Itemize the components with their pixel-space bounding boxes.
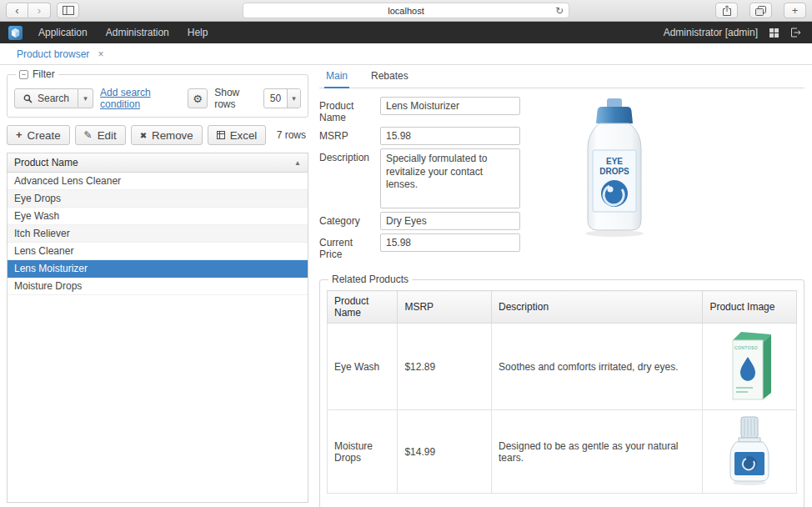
plus-icon: + (16, 128, 23, 141)
related-description-cell: Designed to be as gentle as your natural… (492, 410, 703, 494)
product-row-selected[interactable]: Lens Moisturizer (8, 260, 308, 278)
chevron-down-icon[interactable]: ▾ (287, 89, 300, 108)
product-editor-panel: Main Rebates Product Name MSRP Descripti… (319, 66, 804, 503)
search-dropdown-button[interactable]: ▾ (78, 88, 93, 108)
remove-button[interactable]: ✖ Remove (131, 125, 203, 145)
sort-ascending-icon[interactable]: ▲ (294, 159, 301, 167)
filter-controls: Search ▾ Add search condition ⚙ Show row… (14, 85, 301, 110)
tab-rebates[interactable]: Rebates (369, 66, 410, 88)
editor-form-area: Product Name MSRP Description Specially … (319, 97, 804, 264)
address-bar[interactable]: localhost ↻ (243, 3, 569, 18)
show-rows-label: Show rows (214, 87, 257, 110)
collapse-filter-icon[interactable]: − (19, 70, 28, 79)
table-grid-icon (217, 131, 225, 139)
current-user-label: Administrator [admin] (664, 27, 758, 38)
related-col-msrp[interactable]: MSRP (398, 291, 492, 324)
related-name-cell: Eye Wash (328, 324, 398, 410)
search-button-label: Search (38, 93, 69, 104)
svg-text:EYE: EYE (606, 157, 623, 166)
search-icon (23, 94, 33, 103)
product-row[interactable]: Moisture Drops (8, 278, 308, 295)
product-list-panel: − Filter Search ▾ Add search condition (7, 68, 308, 503)
pencil-icon: ✎ (84, 129, 93, 141)
tab-main[interactable]: Main (324, 66, 349, 88)
current-price-field[interactable] (380, 233, 520, 252)
app-logo-icon (8, 26, 23, 40)
product-row[interactable]: Itch Reliever (8, 225, 308, 243)
apps-grid-icon[interactable] (769, 28, 779, 38)
tabs-icon (755, 6, 766, 16)
svg-text:CONTOSO: CONTOSO (734, 345, 758, 350)
excel-export-button[interactable]: Excel (208, 125, 267, 145)
gear-icon: ⚙ (193, 93, 203, 105)
product-photo-eye-drops-bottle: EYE DROPS (571, 97, 658, 264)
share-button[interactable] (715, 3, 738, 18)
back-button[interactable]: ‹ (6, 3, 28, 18)
tab-label: Product browser (17, 48, 89, 60)
url-text: localhost (388, 6, 424, 16)
filter-legend-text: Filter (33, 68, 55, 80)
related-product-row[interactable]: Eye Wash $12.89 Soothes and comforts irr… (328, 324, 797, 410)
related-col-description[interactable]: Description (492, 291, 703, 324)
description-label: Description (319, 148, 375, 208)
category-field[interactable] (380, 212, 520, 230)
menubar-right: Administrator [admin] (664, 27, 812, 38)
workspace-tabbar: Product browser × (0, 43, 812, 65)
forward-button[interactable]: › (28, 3, 51, 18)
rows-count-label: 7 rows (277, 129, 308, 141)
create-button[interactable]: + Create (7, 125, 70, 145)
browser-chrome: ‹ › localhost ↻ + (0, 0, 812, 22)
cross-icon: ✖ (140, 131, 147, 140)
menu-application[interactable]: Application (29, 22, 97, 43)
sidebar-button[interactable] (57, 3, 79, 18)
msrp-field[interactable] (380, 127, 520, 145)
editor-form: Product Name MSRP Description Specially … (319, 97, 524, 264)
related-name-cell: Moisture Drops (328, 410, 398, 494)
logout-icon[interactable] (790, 28, 801, 38)
filter-fieldset: − Filter Search ▾ Add search condition (7, 68, 308, 118)
menu-administration[interactable]: Administration (97, 22, 178, 43)
product-row[interactable]: Advanced Lens Cleaner (8, 173, 308, 190)
product-row[interactable]: Eye Drops (8, 190, 308, 208)
chrome-right-buttons: + (709, 3, 806, 18)
svg-text:DROPS: DROPS (599, 167, 629, 176)
current-price-label: Current Price (319, 233, 375, 260)
table-actions-toolbar: + Create ✎ Edit ✖ Remove Excel 7 rows (7, 125, 308, 145)
add-search-condition-link[interactable]: Add search condition (100, 87, 181, 110)
refresh-icon[interactable]: ↻ (555, 5, 564, 17)
nav-buttons: ‹ › (6, 3, 51, 18)
app-menubar: Application Administration Help Administ… (0, 22, 812, 43)
related-photo-eye-wash-box: CONTOSO (703, 324, 797, 410)
related-product-row[interactable]: Moisture Drops $14.99 Designed to be as … (328, 410, 797, 494)
related-msrp-cell: $12.89 (398, 324, 492, 410)
related-col-product-image[interactable]: Product Image (703, 291, 797, 324)
description-field[interactable]: Specially formulated to revitalize your … (380, 148, 520, 208)
products-column-header[interactable]: Product Name ▲ (8, 153, 308, 173)
editor-tabs: Main Rebates (319, 66, 804, 88)
new-tab-button[interactable]: + (784, 3, 806, 18)
tab-overview-button[interactable] (749, 3, 772, 18)
search-split-button: Search ▾ (14, 88, 93, 108)
menu-help[interactable]: Help (178, 22, 218, 43)
related-products-fieldset: Related Products Product Name MSRP Descr… (319, 274, 804, 507)
products-table: Product Name ▲ Advanced Lens Cleaner Eye… (7, 153, 308, 503)
rows-per-page-select[interactable]: 50 ▾ (263, 88, 301, 108)
edit-button[interactable]: ✎ Edit (75, 125, 126, 145)
related-products-legend: Related Products (328, 274, 412, 285)
product-row[interactable]: Eye Wash (8, 208, 308, 225)
tab-product-browser[interactable]: Product browser × (8, 44, 113, 64)
msrp-label: MSRP (319, 127, 375, 145)
related-col-product-name[interactable]: Product Name (328, 291, 398, 324)
tab-close-icon[interactable]: × (98, 48, 103, 60)
filter-legend: − Filter (16, 68, 58, 80)
rows-per-page-value: 50 (264, 89, 287, 108)
related-products-table: Product Name MSRP Description Product Im… (327, 290, 797, 494)
product-name-field[interactable] (380, 97, 520, 115)
filter-settings-button[interactable]: ⚙ (188, 88, 208, 108)
product-name-label: Product Name (319, 97, 375, 123)
product-row[interactable]: Lens Cleaner (8, 243, 308, 260)
category-label: Category (319, 212, 375, 230)
search-button[interactable]: Search (14, 88, 78, 108)
share-icon (722, 5, 732, 17)
related-msrp-cell: $14.99 (398, 410, 492, 494)
